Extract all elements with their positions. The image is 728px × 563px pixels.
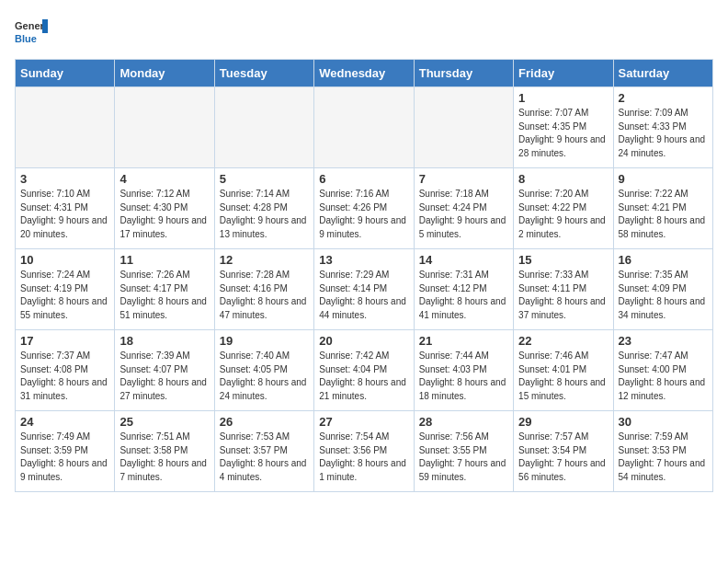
day-number: 14 xyxy=(419,253,508,267)
calendar-cell: 18Sunrise: 7:39 AM Sunset: 4:07 PM Dayli… xyxy=(115,330,214,411)
calendar-header-sunday: Sunday xyxy=(16,60,115,87)
calendar-table: SundayMondayTuesdayWednesdayThursdayFrid… xyxy=(15,59,713,492)
calendar-header-tuesday: Tuesday xyxy=(214,60,313,87)
page-header: General Blue xyxy=(15,15,713,48)
day-number: 11 xyxy=(119,253,209,267)
day-detail: Sunrise: 7:26 AM Sunset: 4:17 PM Dayligh… xyxy=(119,269,209,322)
calendar-week-2: 3Sunrise: 7:10 AM Sunset: 4:31 PM Daylig… xyxy=(16,168,713,249)
day-detail: Sunrise: 7:10 AM Sunset: 4:31 PM Dayligh… xyxy=(20,188,109,241)
day-detail: Sunrise: 7:39 AM Sunset: 4:07 PM Dayligh… xyxy=(119,350,209,403)
day-number: 10 xyxy=(20,253,109,267)
calendar-cell xyxy=(115,87,214,168)
svg-text:Blue: Blue xyxy=(15,33,37,44)
calendar-cell: 28Sunrise: 7:56 AM Sunset: 3:55 PM Dayli… xyxy=(414,411,513,492)
calendar-header-saturday: Saturday xyxy=(613,60,712,87)
calendar-cell: 10Sunrise: 7:24 AM Sunset: 4:19 PM Dayli… xyxy=(16,249,115,330)
day-detail: Sunrise: 7:16 AM Sunset: 4:26 PM Dayligh… xyxy=(319,188,408,241)
day-number: 16 xyxy=(619,253,708,267)
calendar-week-5: 24Sunrise: 7:49 AM Sunset: 3:59 PM Dayli… xyxy=(16,411,713,492)
calendar-header-thursday: Thursday xyxy=(414,60,513,87)
calendar-header-row: SundayMondayTuesdayWednesdayThursdayFrid… xyxy=(16,60,713,87)
calendar-cell: 27Sunrise: 7:54 AM Sunset: 3:56 PM Dayli… xyxy=(314,411,414,492)
calendar-cell: 7Sunrise: 7:18 AM Sunset: 4:24 PM Daylig… xyxy=(414,168,513,249)
day-detail: Sunrise: 7:56 AM Sunset: 3:55 PM Dayligh… xyxy=(419,431,508,484)
day-number: 19 xyxy=(220,334,309,348)
calendar-cell: 21Sunrise: 7:44 AM Sunset: 4:03 PM Dayli… xyxy=(414,330,513,411)
day-number: 28 xyxy=(419,415,508,429)
day-detail: Sunrise: 7:20 AM Sunset: 4:22 PM Dayligh… xyxy=(518,188,608,241)
day-detail: Sunrise: 7:35 AM Sunset: 4:09 PM Dayligh… xyxy=(619,269,708,322)
day-detail: Sunrise: 7:18 AM Sunset: 4:24 PM Dayligh… xyxy=(419,188,508,241)
day-detail: Sunrise: 7:28 AM Sunset: 4:16 PM Dayligh… xyxy=(220,269,309,322)
calendar-cell: 16Sunrise: 7:35 AM Sunset: 4:09 PM Dayli… xyxy=(613,249,712,330)
calendar-cell: 1Sunrise: 7:07 AM Sunset: 4:35 PM Daylig… xyxy=(514,87,613,168)
calendar-cell: 17Sunrise: 7:37 AM Sunset: 4:08 PM Dayli… xyxy=(16,330,115,411)
calendar-cell: 25Sunrise: 7:51 AM Sunset: 3:58 PM Dayli… xyxy=(115,411,214,492)
day-detail: Sunrise: 7:40 AM Sunset: 4:05 PM Dayligh… xyxy=(220,350,309,403)
calendar-cell: 3Sunrise: 7:10 AM Sunset: 4:31 PM Daylig… xyxy=(16,168,115,249)
day-number: 4 xyxy=(119,172,209,186)
day-number: 17 xyxy=(20,334,109,348)
calendar-header-monday: Monday xyxy=(115,60,214,87)
day-number: 30 xyxy=(619,415,708,429)
day-number: 15 xyxy=(518,253,608,267)
day-detail: Sunrise: 7:57 AM Sunset: 3:54 PM Dayligh… xyxy=(518,431,608,484)
day-detail: Sunrise: 7:42 AM Sunset: 4:04 PM Dayligh… xyxy=(319,350,408,403)
calendar-cell: 20Sunrise: 7:42 AM Sunset: 4:04 PM Dayli… xyxy=(314,330,414,411)
calendar-cell: 9Sunrise: 7:22 AM Sunset: 4:21 PM Daylig… xyxy=(613,168,712,249)
day-number: 2 xyxy=(619,91,708,105)
day-detail: Sunrise: 7:44 AM Sunset: 4:03 PM Dayligh… xyxy=(419,350,508,403)
svg-marker-2 xyxy=(42,19,48,33)
day-number: 23 xyxy=(619,334,708,348)
day-number: 13 xyxy=(319,253,408,267)
day-number: 18 xyxy=(119,334,209,348)
calendar-cell: 19Sunrise: 7:40 AM Sunset: 4:05 PM Dayli… xyxy=(214,330,313,411)
day-number: 25 xyxy=(119,415,209,429)
calendar-cell: 29Sunrise: 7:57 AM Sunset: 3:54 PM Dayli… xyxy=(514,411,613,492)
calendar-cell: 4Sunrise: 7:12 AM Sunset: 4:30 PM Daylig… xyxy=(115,168,214,249)
day-detail: Sunrise: 7:53 AM Sunset: 3:57 PM Dayligh… xyxy=(220,431,309,484)
calendar-cell: 6Sunrise: 7:16 AM Sunset: 4:26 PM Daylig… xyxy=(314,168,414,249)
day-detail: Sunrise: 7:49 AM Sunset: 3:59 PM Dayligh… xyxy=(20,431,109,484)
day-detail: Sunrise: 7:14 AM Sunset: 4:28 PM Dayligh… xyxy=(220,188,309,241)
day-detail: Sunrise: 7:51 AM Sunset: 3:58 PM Dayligh… xyxy=(119,431,209,484)
day-number: 6 xyxy=(319,172,408,186)
calendar-cell: 11Sunrise: 7:26 AM Sunset: 4:17 PM Dayli… xyxy=(115,249,214,330)
day-number: 29 xyxy=(518,415,608,429)
calendar-cell: 26Sunrise: 7:53 AM Sunset: 3:57 PM Dayli… xyxy=(214,411,313,492)
day-detail: Sunrise: 7:07 AM Sunset: 4:35 PM Dayligh… xyxy=(518,107,608,160)
day-number: 27 xyxy=(319,415,408,429)
day-detail: Sunrise: 7:59 AM Sunset: 3:53 PM Dayligh… xyxy=(619,431,708,484)
day-number: 21 xyxy=(419,334,508,348)
calendar-cell: 22Sunrise: 7:46 AM Sunset: 4:01 PM Dayli… xyxy=(514,330,613,411)
calendar-cell: 30Sunrise: 7:59 AM Sunset: 3:53 PM Dayli… xyxy=(613,411,712,492)
logo-icon: General Blue xyxy=(15,15,48,48)
day-number: 9 xyxy=(619,172,708,186)
calendar-cell: 14Sunrise: 7:31 AM Sunset: 4:12 PM Dayli… xyxy=(414,249,513,330)
day-number: 3 xyxy=(20,172,109,186)
calendar-cell: 23Sunrise: 7:47 AM Sunset: 4:00 PM Dayli… xyxy=(613,330,712,411)
day-number: 1 xyxy=(518,91,608,105)
calendar-week-4: 17Sunrise: 7:37 AM Sunset: 4:08 PM Dayli… xyxy=(16,330,713,411)
day-number: 20 xyxy=(319,334,408,348)
day-number: 8 xyxy=(518,172,608,186)
calendar-cell: 13Sunrise: 7:29 AM Sunset: 4:14 PM Dayli… xyxy=(314,249,414,330)
calendar-cell xyxy=(314,87,414,168)
day-detail: Sunrise: 7:24 AM Sunset: 4:19 PM Dayligh… xyxy=(20,269,109,322)
calendar-cell: 12Sunrise: 7:28 AM Sunset: 4:16 PM Dayli… xyxy=(214,249,313,330)
day-number: 12 xyxy=(220,253,309,267)
calendar-cell xyxy=(414,87,513,168)
day-detail: Sunrise: 7:46 AM Sunset: 4:01 PM Dayligh… xyxy=(518,350,608,403)
day-number: 5 xyxy=(220,172,309,186)
calendar-week-1: 1Sunrise: 7:07 AM Sunset: 4:35 PM Daylig… xyxy=(16,87,713,168)
calendar-header-friday: Friday xyxy=(514,60,613,87)
day-detail: Sunrise: 7:12 AM Sunset: 4:30 PM Dayligh… xyxy=(119,188,209,241)
calendar-cell: 24Sunrise: 7:49 AM Sunset: 3:59 PM Dayli… xyxy=(16,411,115,492)
calendar-cell xyxy=(16,87,115,168)
day-detail: Sunrise: 7:09 AM Sunset: 4:33 PM Dayligh… xyxy=(619,107,708,160)
day-detail: Sunrise: 7:54 AM Sunset: 3:56 PM Dayligh… xyxy=(319,431,408,484)
calendar-week-3: 10Sunrise: 7:24 AM Sunset: 4:19 PM Dayli… xyxy=(16,249,713,330)
calendar-cell: 8Sunrise: 7:20 AM Sunset: 4:22 PM Daylig… xyxy=(514,168,613,249)
calendar-cell: 5Sunrise: 7:14 AM Sunset: 4:28 PM Daylig… xyxy=(214,168,313,249)
logo: General Blue xyxy=(15,15,51,48)
